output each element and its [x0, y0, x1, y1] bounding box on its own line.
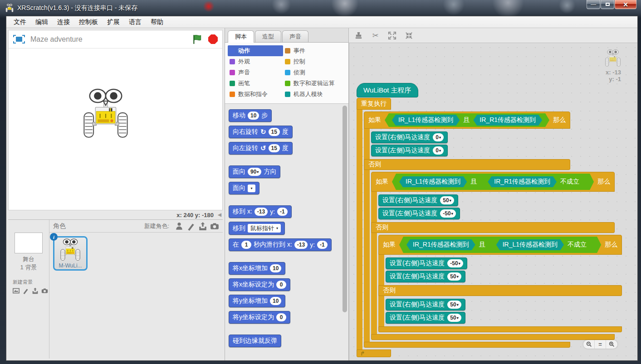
maximize-button[interactable]: [601, 0, 614, 9]
palette-block-goto-xy[interactable]: 移到 x:-13y:-1: [229, 205, 292, 218]
target-dropdown[interactable]: ▾: [248, 184, 255, 192]
value-input[interactable]: 0: [276, 281, 286, 289]
category-events[interactable]: 事件: [283, 45, 347, 56]
sprite-card-wulibot[interactable]: i M-WuLi...: [53, 236, 88, 271]
set-left-motor-block[interactable]: 设置(左侧)马达速度-50▾: [378, 208, 460, 219]
sprite-from-library-icon[interactable]: [175, 222, 184, 231]
category-looks[interactable]: 外观: [228, 56, 283, 67]
value-input[interactable]: 0: [276, 313, 286, 321]
sprite-wulibot-on-stage[interactable]: [82, 88, 129, 141]
seconds-input[interactable]: 1: [241, 241, 251, 249]
menu-file[interactable]: 文件: [9, 17, 31, 28]
speed-dropdown[interactable]: -50▾: [447, 259, 463, 267]
paint-sprite-icon[interactable]: [186, 222, 196, 231]
not-operator-block[interactable]: IR_L1传感器检测到 不成立: [489, 238, 594, 252]
palette-block-turn-left[interactable]: 向左旋转↺15度: [229, 142, 293, 155]
palette-block-change-x[interactable]: 将x坐标增加10: [229, 262, 285, 275]
speed-dropdown[interactable]: 50▾: [447, 301, 461, 309]
sensor-ir-r1-block[interactable]: IR_R1传感器检测到: [406, 239, 475, 250]
menu-language[interactable]: 语言: [124, 17, 146, 28]
palette-block-set-y[interactable]: 将y坐标设定为0: [229, 311, 290, 324]
palette-block-bounce[interactable]: 碰到边缘就反弹: [229, 335, 281, 347]
zoom-reset-button[interactable]: =: [595, 340, 606, 349]
script-canvas[interactable]: x: -13 y: -1 WuLiBot 主程序 重复执行 如果 IR_: [349, 43, 637, 360]
value-input[interactable]: 10: [270, 297, 281, 305]
set-right-motor-block[interactable]: 设置(右侧)马达速度50▾: [386, 299, 465, 311]
category-sensing[interactable]: 侦测: [283, 67, 347, 78]
zoom-out-button[interactable]: [583, 340, 595, 349]
sprite-info-icon[interactable]: i: [50, 233, 58, 241]
speed-dropdown[interactable]: 0▾: [433, 146, 444, 155]
y-input[interactable]: -1: [277, 208, 288, 216]
presentation-mode-icon[interactable]: [13, 35, 25, 44]
set-right-motor-block[interactable]: 设置(右侧)马达速度0▾: [371, 131, 448, 143]
menu-extensions[interactable]: 扩展: [103, 17, 124, 28]
category-control[interactable]: 控制: [283, 56, 347, 67]
if-else-block-3[interactable]: 如果 IR_R1传感器检测到 且 IR_L1传感器检测到: [378, 235, 622, 332]
stop-button[interactable]: [208, 34, 218, 44]
palette-block-point-direction[interactable]: 面向90▾方向: [229, 165, 280, 178]
category-data[interactable]: 数据和指令: [228, 89, 283, 100]
upload-sprite-icon[interactable]: [198, 222, 207, 231]
speed-dropdown[interactable]: -50▾: [440, 209, 455, 218]
category-sound[interactable]: 声音: [228, 67, 283, 78]
tab-costumes[interactable]: 造型: [255, 30, 281, 42]
set-left-motor-block[interactable]: 设置(左侧)马达速度0▾: [371, 145, 448, 156]
value-input[interactable]: 15: [269, 128, 280, 136]
value-input[interactable]: 10: [248, 112, 259, 120]
palette-scrollbar-thumb[interactable]: [343, 106, 347, 312]
set-left-motor-block[interactable]: 设置(左侧)马达速度50▾: [386, 271, 465, 282]
category-pen[interactable]: 画笔: [228, 78, 283, 89]
speed-dropdown[interactable]: 0▾: [433, 133, 444, 141]
not-operator-block[interactable]: IR_R1传感器检测到 不成立: [480, 175, 587, 189]
close-button[interactable]: ✕: [615, 0, 636, 9]
palette-block-move[interactable]: 移动10步: [229, 109, 272, 122]
if-else-block-2[interactable]: 如果 IR_L1传感器检测到 且 IR_R1传感器检测到 不成立: [371, 172, 615, 340]
speed-dropdown[interactable]: 50▾: [447, 272, 461, 281]
backdrop-from-library-icon[interactable]: [13, 287, 20, 294]
palette-block-change-y[interactable]: 将y坐标增加10: [229, 295, 285, 307]
tab-sounds[interactable]: 声音: [282, 30, 308, 42]
sensor-ir-l1-block[interactable]: IR_L1传感器检测到: [496, 239, 564, 250]
grow-sprite-icon[interactable]: [388, 31, 396, 40]
palette-block-glide[interactable]: 在1秒内滑行到 x:-13y:-1: [229, 238, 332, 251]
paint-backdrop-icon[interactable]: [22, 287, 29, 294]
palette-block-goto-mouse[interactable]: 移到鼠标指针▾: [229, 222, 285, 235]
category-operators[interactable]: 数字和逻辑运算: [283, 78, 347, 89]
category-robot[interactable]: 机器人模块: [283, 89, 347, 100]
speed-dropdown[interactable]: 50▾: [447, 314, 461, 322]
direction-dropdown[interactable]: 90▾: [248, 168, 261, 176]
palette-block-set-x[interactable]: 将x坐标设定为0: [229, 278, 290, 291]
sensor-ir-l1-block[interactable]: IR_L1传感器检测到: [399, 176, 467, 187]
x-input[interactable]: -13: [254, 208, 268, 216]
upload-backdrop-icon[interactable]: [32, 287, 39, 294]
and-operator-block[interactable]: IR_L1传感器检测到 且 IR_R1传感器检测到: [385, 113, 549, 127]
menu-board[interactable]: 控制板: [74, 17, 103, 28]
y-input[interactable]: -1: [317, 241, 328, 249]
collapse-stage-arrow[interactable]: ◀: [216, 212, 223, 218]
if-else-block-1[interactable]: 如果 IR_L1传感器检测到 且 IR_R1传感器检测到 那么: [364, 112, 570, 348]
and-operator-block[interactable]: IR_L1传感器检测到 且 IR_R1传感器检测到 不成立: [392, 174, 594, 190]
sensor-ir-r1-block[interactable]: IR_R1传感器检测到: [488, 176, 557, 187]
palette-block-point-towards[interactable]: 面向▾: [229, 182, 259, 194]
value-input[interactable]: 10: [270, 264, 281, 272]
set-right-motor-block[interactable]: 设置(右侧)马达速度-50▾: [386, 257, 467, 269]
camera-backdrop-icon[interactable]: [41, 287, 48, 294]
set-left-motor-block[interactable]: 设置(左侧)马达速度50▾: [386, 312, 465, 324]
menu-edit[interactable]: 编辑: [31, 17, 53, 28]
camera-sprite-icon[interactable]: [210, 222, 219, 231]
green-flag-button[interactable]: [192, 34, 203, 45]
zoom-in-button[interactable]: [606, 340, 617, 349]
tab-scripts[interactable]: 脚本: [228, 30, 254, 43]
minimize-button[interactable]: —: [587, 0, 600, 9]
speed-dropdown[interactable]: 50▾: [440, 196, 454, 204]
shrink-sprite-icon[interactable]: [405, 31, 413, 40]
sensor-ir-r1-block[interactable]: IR_R1传感器检测到: [473, 115, 542, 126]
menu-help[interactable]: 帮助: [146, 17, 168, 28]
menu-connect[interactable]: 连接: [53, 17, 74, 28]
category-motion[interactable]: 动作: [228, 45, 283, 56]
stamp-icon[interactable]: [354, 31, 363, 40]
sensor-ir-l1-block[interactable]: IR_L1传感器检测到: [392, 115, 460, 126]
stage-canvas[interactable]: [9, 49, 222, 210]
stage-thumbnail[interactable]: [15, 233, 43, 253]
